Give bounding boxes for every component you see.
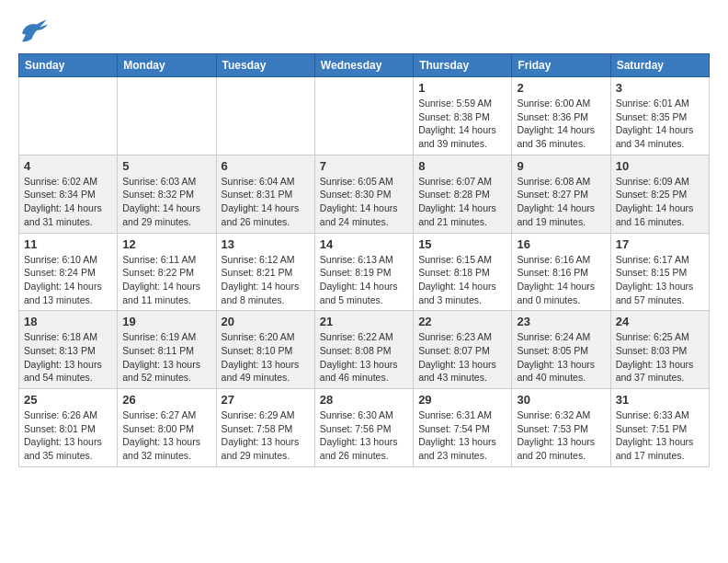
day-info: Sunrise: 5:59 AM Sunset: 8:38 PM Dayligh… bbox=[418, 97, 506, 151]
day-info: Sunrise: 6:01 AM Sunset: 8:35 PM Dayligh… bbox=[616, 97, 704, 151]
calendar-body: 1Sunrise: 5:59 AM Sunset: 8:38 PM Daylig… bbox=[19, 77, 710, 467]
day-number: 22 bbox=[418, 315, 506, 328]
day-info: Sunrise: 6:17 AM Sunset: 8:15 PM Dayligh… bbox=[616, 253, 704, 307]
day-number: 14 bbox=[320, 237, 408, 251]
calendar-cell: 1Sunrise: 5:59 AM Sunset: 8:38 PM Daylig… bbox=[414, 77, 512, 155]
day-info: Sunrise: 6:16 AM Sunset: 8:16 PM Dayligh… bbox=[517, 253, 605, 307]
calendar-cell: 12Sunrise: 6:11 AM Sunset: 8:22 PM Dayli… bbox=[118, 233, 216, 311]
calendar-cell: 26Sunrise: 6:27 AM Sunset: 8:00 PM Dayli… bbox=[118, 389, 216, 467]
day-number: 31 bbox=[616, 393, 704, 407]
day-info: Sunrise: 6:29 AM Sunset: 7:58 PM Dayligh… bbox=[222, 408, 310, 463]
calendar-week-2: 4Sunrise: 6:02 AM Sunset: 8:34 PM Daylig… bbox=[19, 155, 710, 233]
calendar-cell bbox=[118, 77, 216, 155]
calendar-table: SundayMondayTuesdayWednesdayThursdayFrid… bbox=[18, 53, 710, 467]
day-info: Sunrise: 6:02 AM Sunset: 8:34 PM Dayligh… bbox=[24, 175, 112, 229]
day-info: Sunrise: 6:05 AM Sunset: 8:30 PM Dayligh… bbox=[320, 175, 408, 229]
calendar-cell: 17Sunrise: 6:17 AM Sunset: 8:15 PM Dayli… bbox=[610, 233, 709, 311]
day-info: Sunrise: 6:22 AM Sunset: 8:08 PM Dayligh… bbox=[320, 330, 408, 385]
weekday-header-saturday: Saturday bbox=[610, 54, 709, 77]
calendar-week-3: 11Sunrise: 6:10 AM Sunset: 8:24 PM Dayli… bbox=[19, 233, 710, 311]
calendar-cell bbox=[314, 77, 413, 155]
day-info: Sunrise: 6:10 AM Sunset: 8:24 PM Dayligh… bbox=[24, 253, 112, 307]
day-number: 27 bbox=[222, 393, 310, 407]
calendar-cell: 24Sunrise: 6:25 AM Sunset: 8:03 PM Dayli… bbox=[610, 311, 709, 389]
calendar-week-4: 18Sunrise: 6:18 AM Sunset: 8:13 PM Dayli… bbox=[19, 311, 710, 389]
calendar-cell: 27Sunrise: 6:29 AM Sunset: 7:58 PM Dayli… bbox=[216, 389, 314, 467]
calendar-cell: 13Sunrise: 6:12 AM Sunset: 8:21 PM Dayli… bbox=[216, 233, 314, 311]
calendar-cell: 19Sunrise: 6:19 AM Sunset: 8:11 PM Dayli… bbox=[118, 311, 216, 389]
calendar-cell: 2Sunrise: 6:00 AM Sunset: 8:36 PM Daylig… bbox=[512, 77, 610, 155]
day-info: Sunrise: 6:03 AM Sunset: 8:32 PM Dayligh… bbox=[122, 175, 210, 229]
day-number: 26 bbox=[122, 393, 210, 407]
day-number: 21 bbox=[320, 315, 408, 328]
calendar-cell: 29Sunrise: 6:31 AM Sunset: 7:54 PM Dayli… bbox=[414, 389, 512, 467]
calendar-cell: 30Sunrise: 6:32 AM Sunset: 7:53 PM Dayli… bbox=[512, 389, 610, 467]
day-info: Sunrise: 6:08 AM Sunset: 8:27 PM Dayligh… bbox=[517, 175, 605, 229]
calendar-cell: 10Sunrise: 6:09 AM Sunset: 8:25 PM Dayli… bbox=[610, 155, 709, 233]
day-number: 7 bbox=[320, 159, 408, 173]
day-info: Sunrise: 6:18 AM Sunset: 8:13 PM Dayligh… bbox=[24, 330, 112, 385]
calendar-cell: 4Sunrise: 6:02 AM Sunset: 8:34 PM Daylig… bbox=[19, 155, 118, 233]
logo-icon bbox=[18, 18, 48, 44]
day-info: Sunrise: 6:31 AM Sunset: 7:54 PM Dayligh… bbox=[418, 408, 506, 463]
day-info: Sunrise: 6:30 AM Sunset: 7:56 PM Dayligh… bbox=[320, 408, 408, 463]
day-info: Sunrise: 6:04 AM Sunset: 8:31 PM Dayligh… bbox=[222, 175, 310, 229]
day-number: 4 bbox=[24, 159, 112, 173]
day-number: 12 bbox=[122, 237, 210, 251]
calendar-cell: 28Sunrise: 6:30 AM Sunset: 7:56 PM Dayli… bbox=[314, 389, 413, 467]
calendar-cell: 5Sunrise: 6:03 AM Sunset: 8:32 PM Daylig… bbox=[118, 155, 216, 233]
day-info: Sunrise: 6:24 AM Sunset: 8:05 PM Dayligh… bbox=[517, 330, 605, 385]
day-number: 18 bbox=[24, 315, 112, 328]
calendar-cell: 16Sunrise: 6:16 AM Sunset: 8:16 PM Dayli… bbox=[512, 233, 610, 311]
calendar-cell: 3Sunrise: 6:01 AM Sunset: 8:35 PM Daylig… bbox=[610, 77, 709, 155]
day-number: 15 bbox=[418, 237, 506, 251]
day-number: 25 bbox=[24, 393, 112, 407]
calendar-cell: 18Sunrise: 6:18 AM Sunset: 8:13 PM Dayli… bbox=[19, 311, 118, 389]
day-number: 19 bbox=[122, 315, 210, 328]
calendar-cell: 8Sunrise: 6:07 AM Sunset: 8:28 PM Daylig… bbox=[414, 155, 512, 233]
day-info: Sunrise: 6:33 AM Sunset: 7:51 PM Dayligh… bbox=[616, 408, 704, 463]
day-number: 13 bbox=[222, 237, 310, 251]
calendar-week-5: 25Sunrise: 6:26 AM Sunset: 8:01 PM Dayli… bbox=[19, 389, 710, 467]
day-info: Sunrise: 6:27 AM Sunset: 8:00 PM Dayligh… bbox=[122, 408, 210, 463]
calendar-cell: 14Sunrise: 6:13 AM Sunset: 8:19 PM Dayli… bbox=[314, 233, 413, 311]
day-number: 29 bbox=[418, 393, 506, 407]
weekday-header-wednesday: Wednesday bbox=[314, 54, 413, 77]
day-info: Sunrise: 6:25 AM Sunset: 8:03 PM Dayligh… bbox=[616, 330, 704, 385]
calendar-cell bbox=[19, 77, 118, 155]
day-number: 28 bbox=[320, 393, 408, 407]
day-number: 16 bbox=[517, 237, 605, 251]
day-info: Sunrise: 6:20 AM Sunset: 8:10 PM Dayligh… bbox=[222, 330, 310, 385]
logo bbox=[18, 18, 53, 44]
calendar-cell: 21Sunrise: 6:22 AM Sunset: 8:08 PM Dayli… bbox=[314, 311, 413, 389]
day-number: 5 bbox=[122, 159, 210, 173]
calendar-cell bbox=[216, 77, 314, 155]
day-number: 8 bbox=[418, 159, 506, 173]
day-number: 20 bbox=[222, 315, 310, 328]
day-number: 17 bbox=[616, 237, 704, 251]
calendar-header-row: SundayMondayTuesdayWednesdayThursdayFrid… bbox=[19, 54, 710, 77]
day-number: 9 bbox=[517, 159, 605, 173]
day-info: Sunrise: 6:00 AM Sunset: 8:36 PM Dayligh… bbox=[517, 97, 605, 151]
day-info: Sunrise: 6:23 AM Sunset: 8:07 PM Dayligh… bbox=[418, 330, 506, 385]
day-info: Sunrise: 6:09 AM Sunset: 8:25 PM Dayligh… bbox=[616, 175, 704, 229]
day-number: 6 bbox=[222, 159, 310, 173]
calendar-cell: 31Sunrise: 6:33 AM Sunset: 7:51 PM Dayli… bbox=[610, 389, 709, 467]
calendar-cell: 25Sunrise: 6:26 AM Sunset: 8:01 PM Dayli… bbox=[19, 389, 118, 467]
weekday-header-sunday: Sunday bbox=[19, 54, 118, 77]
day-info: Sunrise: 6:19 AM Sunset: 8:11 PM Dayligh… bbox=[122, 330, 210, 385]
day-number: 1 bbox=[418, 81, 506, 95]
weekday-header-thursday: Thursday bbox=[414, 54, 512, 77]
day-info: Sunrise: 6:15 AM Sunset: 8:18 PM Dayligh… bbox=[418, 253, 506, 307]
weekday-header-friday: Friday bbox=[512, 54, 610, 77]
day-number: 23 bbox=[517, 315, 605, 328]
calendar-cell: 7Sunrise: 6:05 AM Sunset: 8:30 PM Daylig… bbox=[314, 155, 413, 233]
calendar-cell: 9Sunrise: 6:08 AM Sunset: 8:27 PM Daylig… bbox=[512, 155, 610, 233]
calendar-cell: 20Sunrise: 6:20 AM Sunset: 8:10 PM Dayli… bbox=[216, 311, 314, 389]
day-info: Sunrise: 6:07 AM Sunset: 8:28 PM Dayligh… bbox=[418, 175, 506, 229]
day-number: 11 bbox=[24, 237, 112, 251]
weekday-header-monday: Monday bbox=[118, 54, 216, 77]
weekday-header-tuesday: Tuesday bbox=[216, 54, 314, 77]
day-info: Sunrise: 6:12 AM Sunset: 8:21 PM Dayligh… bbox=[222, 253, 310, 307]
calendar-week-1: 1Sunrise: 5:59 AM Sunset: 8:38 PM Daylig… bbox=[19, 77, 710, 155]
